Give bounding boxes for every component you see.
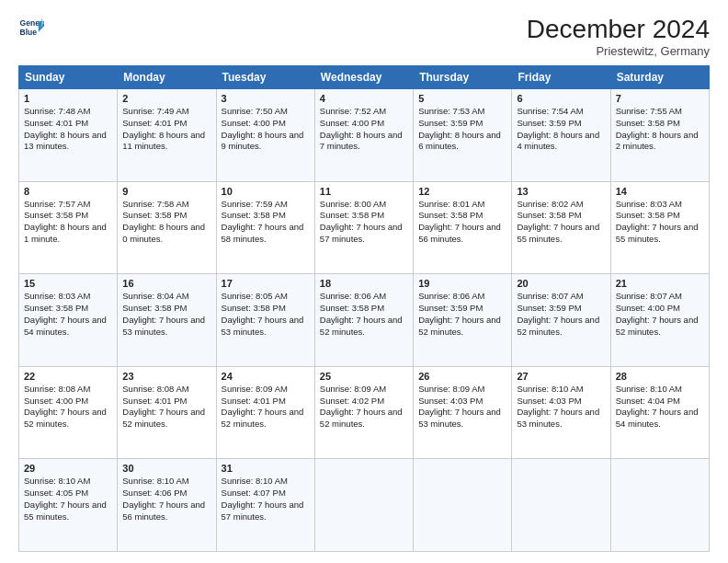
calendar-cell: 1Sunrise: 7:48 AMSunset: 4:01 PMDaylight… — [19, 89, 118, 182]
calendar-cell: 28Sunrise: 8:10 AMSunset: 4:04 PMDayligh… — [610, 366, 709, 459]
calendar-cell: 21Sunrise: 8:07 AMSunset: 4:00 PMDayligh… — [610, 274, 709, 367]
day-number: 21 — [616, 278, 704, 289]
cell-content: Sunrise: 8:10 AMSunset: 4:06 PMDaylight:… — [122, 476, 205, 521]
cell-content: Sunrise: 8:10 AMSunset: 4:03 PMDaylight:… — [517, 384, 599, 429]
day-number: 5 — [418, 93, 506, 104]
calendar-cell: 12Sunrise: 8:01 AMSunset: 3:58 PMDayligh… — [414, 181, 512, 274]
cell-content: Sunrise: 8:03 AMSunset: 3:58 PMDaylight:… — [24, 291, 107, 336]
col-sunday: Sunday — [19, 66, 118, 89]
day-number: 20 — [517, 278, 605, 289]
day-number: 6 — [517, 93, 605, 104]
day-number: 22 — [24, 371, 112, 382]
cell-content: Sunrise: 8:09 AMSunset: 4:03 PMDaylight:… — [418, 384, 501, 429]
day-number: 11 — [320, 186, 408, 197]
calendar-cell: 26Sunrise: 8:09 AMSunset: 4:03 PMDayligh… — [414, 366, 512, 459]
day-number: 8 — [24, 186, 112, 197]
calendar-cell: 9Sunrise: 7:58 AMSunset: 3:58 PMDaylight… — [118, 181, 216, 274]
calendar-cell: 2Sunrise: 7:49 AMSunset: 4:01 PMDaylight… — [118, 89, 216, 182]
calendar-cell: 16Sunrise: 8:04 AMSunset: 3:58 PMDayligh… — [118, 274, 216, 367]
calendar-cell: 13Sunrise: 8:02 AMSunset: 3:58 PMDayligh… — [512, 181, 610, 274]
day-number: 14 — [616, 186, 704, 197]
cell-content: Sunrise: 8:06 AMSunset: 3:59 PMDaylight:… — [418, 291, 501, 336]
calendar-cell: 7Sunrise: 7:55 AMSunset: 3:58 PMDaylight… — [610, 89, 709, 182]
page: General Blue December 2024 Priestewitz, … — [0, 0, 728, 563]
col-thursday: Thursday — [414, 66, 512, 89]
week-row-1: 1Sunrise: 7:48 AMSunset: 4:01 PMDaylight… — [19, 89, 710, 182]
col-friday: Friday — [512, 66, 610, 89]
cell-content: Sunrise: 8:10 AMSunset: 4:04 PMDaylight:… — [616, 384, 699, 429]
day-number: 12 — [418, 186, 506, 197]
cell-content: Sunrise: 8:10 AMSunset: 4:07 PMDaylight:… — [222, 476, 304, 521]
day-number: 18 — [320, 278, 408, 289]
cell-content: Sunrise: 8:02 AMSunset: 3:58 PMDaylight:… — [517, 199, 599, 244]
day-number: 9 — [122, 186, 210, 197]
cell-content: Sunrise: 7:53 AMSunset: 3:59 PMDaylight:… — [418, 106, 501, 151]
calendar-cell: 3Sunrise: 7:50 AMSunset: 4:00 PMDaylight… — [216, 89, 314, 182]
cell-content: Sunrise: 7:58 AMSunset: 3:58 PMDaylight:… — [122, 199, 205, 244]
calendar-cell: 11Sunrise: 8:00 AMSunset: 3:58 PMDayligh… — [314, 181, 413, 274]
day-number: 27 — [517, 371, 605, 382]
cell-content: Sunrise: 8:03 AMSunset: 3:58 PMDaylight:… — [616, 199, 699, 244]
cell-content: Sunrise: 8:04 AMSunset: 3:58 PMDaylight:… — [122, 291, 205, 336]
calendar-cell: 27Sunrise: 8:10 AMSunset: 4:03 PMDayligh… — [512, 366, 610, 459]
calendar-cell: 8Sunrise: 7:57 AMSunset: 3:58 PMDaylight… — [19, 181, 118, 274]
cell-content: Sunrise: 8:06 AMSunset: 3:58 PMDaylight:… — [320, 291, 403, 336]
cell-content: Sunrise: 8:08 AMSunset: 4:00 PMDaylight:… — [24, 384, 107, 429]
calendar-cell: 20Sunrise: 8:07 AMSunset: 3:59 PMDayligh… — [512, 274, 610, 367]
day-number: 17 — [222, 278, 310, 289]
calendar-cell: 23Sunrise: 8:08 AMSunset: 4:01 PMDayligh… — [118, 366, 216, 459]
day-number: 28 — [616, 371, 704, 382]
day-number: 19 — [418, 278, 506, 289]
calendar-cell: 4Sunrise: 7:52 AMSunset: 4:00 PMDaylight… — [314, 89, 413, 182]
week-row-2: 8Sunrise: 7:57 AMSunset: 3:58 PMDaylight… — [19, 181, 710, 274]
week-row-5: 29Sunrise: 8:10 AMSunset: 4:05 PMDayligh… — [19, 459, 710, 552]
calendar-cell: 25Sunrise: 8:09 AMSunset: 4:02 PMDayligh… — [314, 366, 413, 459]
calendar: Sunday Monday Tuesday Wednesday Thursday… — [18, 65, 710, 552]
calendar-cell: 24Sunrise: 8:09 AMSunset: 4:01 PMDayligh… — [216, 366, 314, 459]
cell-content: Sunrise: 8:10 AMSunset: 4:05 PMDaylight:… — [24, 476, 107, 521]
cell-content: Sunrise: 8:08 AMSunset: 4:01 PMDaylight:… — [122, 384, 205, 429]
calendar-cell — [512, 459, 610, 552]
week-row-4: 22Sunrise: 8:08 AMSunset: 4:00 PMDayligh… — [19, 366, 710, 459]
calendar-cell: 18Sunrise: 8:06 AMSunset: 3:58 PMDayligh… — [314, 274, 413, 367]
cell-content: Sunrise: 8:01 AMSunset: 3:58 PMDaylight:… — [418, 199, 501, 244]
title-block: December 2024 Priestewitz, Germany — [527, 15, 710, 58]
cell-content: Sunrise: 7:54 AMSunset: 3:59 PMDaylight:… — [517, 106, 599, 151]
calendar-cell: 5Sunrise: 7:53 AMSunset: 3:59 PMDaylight… — [414, 89, 512, 182]
calendar-cell: 19Sunrise: 8:06 AMSunset: 3:59 PMDayligh… — [414, 274, 512, 367]
col-saturday: Saturday — [610, 66, 709, 89]
day-number: 23 — [122, 371, 210, 382]
day-number: 26 — [418, 371, 506, 382]
day-number: 24 — [222, 371, 310, 382]
cell-content: Sunrise: 8:05 AMSunset: 3:58 PMDaylight:… — [222, 291, 304, 336]
day-number: 2 — [122, 93, 210, 104]
day-number: 4 — [320, 93, 408, 104]
day-number: 13 — [517, 186, 605, 197]
calendar-cell: 30Sunrise: 8:10 AMSunset: 4:06 PMDayligh… — [118, 459, 216, 552]
logo: General Blue — [18, 15, 44, 40]
cell-content: Sunrise: 8:07 AMSunset: 4:00 PMDaylight:… — [616, 291, 699, 336]
calendar-cell: 6Sunrise: 7:54 AMSunset: 3:59 PMDaylight… — [512, 89, 610, 182]
cell-content: Sunrise: 8:09 AMSunset: 4:02 PMDaylight:… — [320, 384, 403, 429]
cell-content: Sunrise: 7:57 AMSunset: 3:58 PMDaylight:… — [24, 199, 107, 244]
calendar-cell: 10Sunrise: 7:59 AMSunset: 3:58 PMDayligh… — [216, 181, 314, 274]
day-number: 3 — [222, 93, 310, 104]
cell-content: Sunrise: 7:49 AMSunset: 4:01 PMDaylight:… — [122, 106, 205, 151]
cell-content: Sunrise: 7:48 AMSunset: 4:01 PMDaylight:… — [24, 106, 107, 151]
calendar-cell: 14Sunrise: 8:03 AMSunset: 3:58 PMDayligh… — [610, 181, 709, 274]
header: General Blue December 2024 Priestewitz, … — [18, 15, 710, 58]
month-title: December 2024 — [527, 15, 710, 44]
day-number: 16 — [122, 278, 210, 289]
cell-content: Sunrise: 7:50 AMSunset: 4:00 PMDaylight:… — [222, 106, 304, 151]
day-number: 25 — [320, 371, 408, 382]
calendar-cell — [610, 459, 709, 552]
day-number: 7 — [616, 93, 704, 104]
calendar-cell: 22Sunrise: 8:08 AMSunset: 4:00 PMDayligh… — [19, 366, 118, 459]
cell-content: Sunrise: 8:09 AMSunset: 4:01 PMDaylight:… — [222, 384, 304, 429]
calendar-cell: 31Sunrise: 8:10 AMSunset: 4:07 PMDayligh… — [216, 459, 314, 552]
day-number: 15 — [24, 278, 112, 289]
calendar-cell — [414, 459, 512, 552]
col-wednesday: Wednesday — [314, 66, 413, 89]
day-number: 29 — [24, 463, 112, 474]
calendar-cell: 29Sunrise: 8:10 AMSunset: 4:05 PMDayligh… — [19, 459, 118, 552]
